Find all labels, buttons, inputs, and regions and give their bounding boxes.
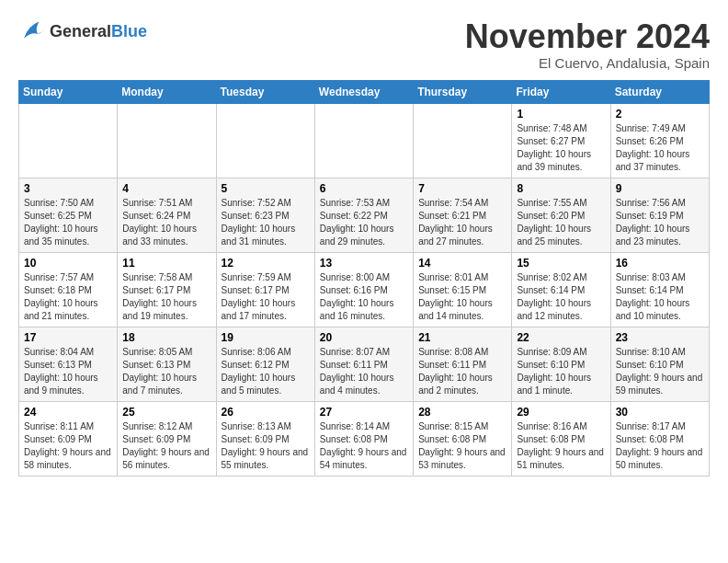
daylight-text: Daylight: 10 hours and 12 minutes. (517, 298, 591, 321)
day-info: Sunrise: 8:00 AM Sunset: 6:16 PM Dayligh… (320, 271, 408, 323)
daylight-text: Daylight: 10 hours and 23 minutes. (616, 224, 690, 247)
day-number: 20 (320, 331, 408, 344)
sunset-text: Sunset: 6:10 PM (616, 360, 684, 370)
logo-blue: Blue (111, 22, 147, 40)
day-number: 14 (418, 257, 506, 270)
day-number: 15 (517, 257, 605, 270)
day-info: Sunrise: 7:55 AM Sunset: 6:20 PM Dayligh… (517, 197, 605, 248)
calendar-day-cell (314, 103, 413, 178)
sunset-text: Sunset: 6:23 PM (222, 211, 290, 221)
day-info: Sunrise: 8:13 AM Sunset: 6:09 PM Dayligh… (222, 420, 310, 472)
daylight-text: Daylight: 10 hours and 4 minutes. (320, 373, 394, 396)
day-info: Sunrise: 7:49 AM Sunset: 6:26 PM Dayligh… (616, 122, 704, 174)
calendar-day-cell: 16 Sunrise: 8:03 AM Sunset: 6:14 PM Dayl… (610, 252, 709, 327)
calendar-week-row: 17 Sunrise: 8:04 AM Sunset: 6:13 PM Dayl… (19, 327, 710, 401)
day-number: 30 (616, 406, 704, 419)
sunrise-text: Sunrise: 7:59 AM (222, 272, 291, 282)
day-info: Sunrise: 7:58 AM Sunset: 6:17 PM Dayligh… (122, 271, 210, 323)
day-number: 27 (320, 406, 408, 419)
daylight-text: Daylight: 10 hours and 10 minutes. (616, 298, 690, 321)
sunrise-text: Sunrise: 7:56 AM (616, 198, 686, 208)
daylight-text: Daylight: 9 hours and 50 minutes. (616, 447, 703, 470)
calendar-day-cell: 6 Sunrise: 7:53 AM Sunset: 6:22 PM Dayli… (314, 178, 413, 252)
sunset-text: Sunset: 6:15 PM (418, 285, 486, 295)
sunrise-text: Sunrise: 8:12 AM (122, 421, 192, 431)
day-number: 10 (24, 257, 112, 270)
sunset-text: Sunset: 6:12 PM (222, 360, 290, 370)
calendar-day-cell: 11 Sunrise: 7:58 AM Sunset: 6:17 PM Dayl… (118, 252, 216, 327)
day-number: 29 (517, 406, 605, 419)
sunrise-text: Sunrise: 7:53 AM (320, 198, 390, 208)
sunset-text: Sunset: 6:14 PM (616, 285, 684, 295)
sunrise-text: Sunrise: 8:16 AM (517, 421, 586, 431)
calendar-day-cell: 18 Sunrise: 8:05 AM Sunset: 6:13 PM Dayl… (118, 327, 216, 401)
weekday-header: Saturday (610, 80, 709, 103)
day-info: Sunrise: 8:15 AM Sunset: 6:08 PM Dayligh… (418, 420, 506, 472)
sunrise-text: Sunrise: 7:48 AM (517, 123, 586, 133)
sunset-text: Sunset: 6:11 PM (418, 360, 486, 370)
sunset-text: Sunset: 6:16 PM (320, 285, 388, 295)
day-info: Sunrise: 7:51 AM Sunset: 6:24 PM Dayligh… (122, 197, 210, 248)
day-number: 19 (222, 331, 310, 344)
sunset-text: Sunset: 6:11 PM (320, 360, 388, 370)
daylight-text: Daylight: 9 hours and 58 minutes. (24, 447, 111, 470)
sunrise-text: Sunrise: 8:05 AM (122, 347, 192, 357)
calendar-day-cell (118, 103, 216, 178)
sunrise-text: Sunrise: 7:54 AM (418, 198, 488, 208)
calendar-day-cell: 10 Sunrise: 7:57 AM Sunset: 6:18 PM Dayl… (19, 252, 118, 327)
sunset-text: Sunset: 6:22 PM (320, 211, 388, 221)
sunrise-text: Sunrise: 7:50 AM (24, 198, 94, 208)
day-number: 23 (616, 331, 704, 344)
day-info: Sunrise: 8:07 AM Sunset: 6:11 PM Dayligh… (320, 346, 408, 397)
calendar-day-cell: 9 Sunrise: 7:56 AM Sunset: 6:19 PM Dayli… (610, 178, 709, 252)
sunrise-text: Sunrise: 8:14 AM (320, 421, 390, 431)
day-number: 21 (418, 331, 506, 344)
daylight-text: Daylight: 10 hours and 25 minutes. (517, 224, 591, 247)
daylight-text: Daylight: 10 hours and 31 minutes. (222, 224, 296, 247)
calendar-day-cell: 27 Sunrise: 8:14 AM Sunset: 6:08 PM Dayl… (314, 401, 413, 476)
calendar-day-cell: 7 Sunrise: 7:54 AM Sunset: 6:21 PM Dayli… (414, 178, 512, 252)
daylight-text: Daylight: 10 hours and 16 minutes. (320, 298, 394, 321)
daylight-text: Daylight: 9 hours and 54 minutes. (320, 447, 407, 470)
weekday-header: Wednesday (314, 80, 413, 103)
day-number: 8 (517, 182, 605, 195)
logo-icon (18, 18, 46, 44)
sunrise-text: Sunrise: 8:04 AM (24, 347, 94, 357)
daylight-text: Daylight: 9 hours and 59 minutes. (616, 373, 703, 396)
sunset-text: Sunset: 6:25 PM (24, 211, 92, 221)
day-number: 12 (222, 257, 310, 270)
calendar-day-cell: 25 Sunrise: 8:12 AM Sunset: 6:09 PM Dayl… (118, 401, 216, 476)
calendar-day-cell: 21 Sunrise: 8:08 AM Sunset: 6:11 PM Dayl… (414, 327, 512, 401)
calendar-day-cell: 19 Sunrise: 8:06 AM Sunset: 6:12 PM Dayl… (216, 327, 314, 401)
calendar-day-cell: 8 Sunrise: 7:55 AM Sunset: 6:20 PM Dayli… (512, 178, 610, 252)
weekday-header: Thursday (414, 80, 512, 103)
sunrise-text: Sunrise: 8:01 AM (418, 272, 488, 282)
weekday-header: Sunday (19, 80, 118, 103)
sunrise-text: Sunrise: 8:08 AM (418, 347, 488, 357)
calendar-day-cell: 1 Sunrise: 7:48 AM Sunset: 6:27 PM Dayli… (512, 103, 610, 178)
daylight-text: Daylight: 10 hours and 14 minutes. (418, 298, 493, 321)
day-info: Sunrise: 7:59 AM Sunset: 6:17 PM Dayligh… (222, 271, 310, 323)
sunset-text: Sunset: 6:08 PM (616, 434, 684, 444)
day-number: 2 (616, 108, 704, 121)
calendar-day-cell: 29 Sunrise: 8:16 AM Sunset: 6:08 PM Dayl… (512, 401, 610, 476)
day-number: 25 (122, 406, 210, 419)
logo-text: GeneralBlue (50, 22, 147, 41)
daylight-text: Daylight: 10 hours and 19 minutes. (122, 298, 197, 321)
calendar-day-cell (414, 103, 512, 178)
daylight-text: Daylight: 10 hours and 33 minutes. (122, 224, 197, 247)
day-info: Sunrise: 8:12 AM Sunset: 6:09 PM Dayligh… (122, 420, 210, 472)
day-number: 26 (222, 406, 310, 419)
day-number: 7 (418, 182, 506, 195)
sunset-text: Sunset: 6:09 PM (122, 434, 190, 444)
sunrise-text: Sunrise: 8:15 AM (418, 421, 488, 431)
day-number: 3 (24, 182, 112, 195)
daylight-text: Daylight: 10 hours and 2 minutes. (418, 373, 493, 396)
calendar-day-cell: 24 Sunrise: 8:11 AM Sunset: 6:09 PM Dayl… (19, 401, 118, 476)
logo-general: General (50, 22, 111, 40)
calendar-day-cell: 22 Sunrise: 8:09 AM Sunset: 6:10 PM Dayl… (512, 327, 610, 401)
calendar-table: SundayMondayTuesdayWednesdayThursdayFrid… (18, 80, 710, 477)
sunrise-text: Sunrise: 7:52 AM (222, 198, 291, 208)
daylight-text: Daylight: 10 hours and 27 minutes. (418, 224, 493, 247)
calendar-week-row: 10 Sunrise: 7:57 AM Sunset: 6:18 PM Dayl… (19, 252, 710, 327)
